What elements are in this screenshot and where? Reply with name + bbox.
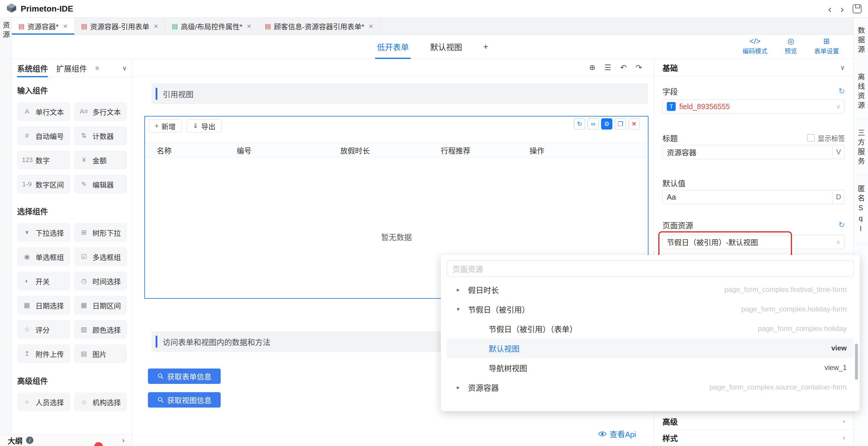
chevron-down-icon[interactable]: ∨ xyxy=(840,64,845,71)
component-item[interactable]: ◉单选框组 xyxy=(17,247,70,266)
outline-bar[interactable]: 大纲 i › xyxy=(0,434,132,446)
title-input[interactable]: 资源容器 xyxy=(662,145,833,159)
link-icon[interactable]: ∞ xyxy=(588,118,599,130)
refresh-icon[interactable]: ↻ xyxy=(838,220,845,229)
chevron-up-icon[interactable]: ∧ xyxy=(836,238,840,246)
toolbar-actions: </>编码模式◎预览⊞表单设置 xyxy=(743,37,839,55)
add-view-button[interactable]: + xyxy=(482,35,490,59)
editor-tab[interactable]: ▤顾客信息-资源容器引用表单*✕ xyxy=(258,18,380,35)
field-select[interactable]: T field_89356555 ∨ xyxy=(662,99,845,114)
dropdown-item[interactable]: ▾节假日（被引用）page_form_complex.holiday-form xyxy=(447,299,854,319)
get-view-info-button[interactable]: 获取视图信息 xyxy=(148,392,221,408)
default-value-input[interactable]: Aa xyxy=(662,190,833,204)
right-strip-item[interactable]: 离线资源 xyxy=(854,64,868,120)
dropdown-item[interactable]: 导航树视图view_1 xyxy=(447,358,854,377)
chevron-down-icon[interactable]: ∨ xyxy=(836,103,840,110)
globe-icon[interactable]: ⊕ xyxy=(589,63,595,72)
component-item[interactable]: A单行文本 xyxy=(17,102,70,121)
预览-action[interactable]: ◎预览 xyxy=(784,37,797,55)
tab-label: 资源容器-引用表单 xyxy=(90,21,149,31)
editor-tab[interactable]: ▤资源容器*✕ xyxy=(12,18,74,35)
component-item[interactable]: 1-9数字区间 xyxy=(17,175,70,194)
section-advanced-header[interactable]: 高级 › xyxy=(654,413,853,429)
export-button[interactable]: ⇓ 导出 xyxy=(187,120,222,132)
tab-extended-components[interactable]: 扩展组件 xyxy=(56,59,87,77)
component-item[interactable]: ¥金额 xyxy=(74,151,127,169)
nav-back-icon[interactable]: ‹ xyxy=(828,4,831,13)
component-item[interactable]: ◷时间选择 xyxy=(74,272,127,290)
component-item[interactable]: ⊞树形下拉 xyxy=(74,223,127,242)
copy-icon[interactable]: ❐ xyxy=(615,118,626,130)
title-suffix-button[interactable]: V xyxy=(833,145,845,159)
tab-label: 高级/布局控件属性* xyxy=(181,21,242,31)
close-icon[interactable]: ✕ xyxy=(368,23,373,30)
component-item[interactable]: ☆评分 xyxy=(17,320,70,339)
tab-system-components[interactable]: 系统组件 xyxy=(17,59,48,77)
dropdown-item-code: view xyxy=(831,344,847,352)
delete-icon[interactable]: ✕ xyxy=(628,118,640,130)
dropdown-item[interactable]: ▸资源容器page_form_complex.source_container-… xyxy=(447,377,854,397)
dropdown-item-label: 假日时长 xyxy=(468,284,499,295)
component-item[interactable]: A≡多行文本 xyxy=(74,102,127,121)
section-reference-view[interactable]: 引用视图 xyxy=(152,84,648,104)
dropdown-item[interactable]: 节假日（被引用）（表单）page_form_complex.holiday xyxy=(447,319,854,338)
right-strip-item[interactable]: 数据源 xyxy=(854,18,868,64)
show-label-checkbox[interactable] xyxy=(807,134,815,142)
editor-tab[interactable]: ▤高级/布局控件属性*✕ xyxy=(165,18,258,35)
component-item[interactable]: ▦日期选择 xyxy=(17,296,70,315)
component-item[interactable]: ▤图片 xyxy=(74,344,127,363)
section-style-header[interactable]: 样式 › xyxy=(654,429,853,446)
tree-caret-icon[interactable]: ▾ xyxy=(457,306,468,313)
panel-menu-icon[interactable]: ≡ xyxy=(95,64,99,72)
component-item[interactable]: ✎编辑器 xyxy=(74,175,127,194)
chevron-right-icon[interactable]: › xyxy=(843,434,845,442)
component-item[interactable]: ◐开关 xyxy=(17,272,70,290)
undo-icon[interactable]: ↶ xyxy=(620,63,627,72)
dropdown-item[interactable]: ▸假日时长page_form_complex.festival_time-for… xyxy=(447,280,854,299)
default-suffix-button[interactable]: D xyxy=(833,190,845,204)
component-item[interactable]: ▾下拉选择 xyxy=(17,223,70,242)
view-api-link[interactable]: 查看Api xyxy=(598,428,636,439)
page-resource-select[interactable]: 节假日（被引用）-默认视图 ∧ xyxy=(662,235,845,249)
component-item[interactable]: ⌂机构选择 xyxy=(74,392,127,411)
close-icon[interactable]: ✕ xyxy=(246,23,251,30)
add-button[interactable]: + 新增 xyxy=(149,120,182,132)
component-item[interactable]: ▦日期区间 xyxy=(74,296,127,315)
dropdown-search-input[interactable]: 页面资源 xyxy=(447,260,854,277)
nav-forward-icon[interactable]: › xyxy=(840,4,844,13)
dropdown-item-code: page_form_complex.festival_time-form xyxy=(724,285,847,294)
panel-collapse-icon[interactable]: ∨ xyxy=(122,64,127,72)
tree-caret-icon[interactable]: ▸ xyxy=(457,384,468,391)
right-strip-item[interactable]: 三方服务 xyxy=(854,120,868,176)
表单设置-action[interactable]: ⊞表单设置 xyxy=(814,37,839,55)
component-item[interactable]: ☑多选框组 xyxy=(74,247,127,266)
tree-caret-icon[interactable]: ▸ xyxy=(457,286,468,293)
scrollbar-thumb[interactable] xyxy=(855,344,858,380)
editor-tab[interactable]: ▤资源容器-引用表单✕ xyxy=(74,18,165,35)
component-item[interactable]: 123数字 xyxy=(17,151,70,169)
component-item[interactable]: ○人员选择 xyxy=(17,392,70,411)
left-resource-strip[interactable]: 资源 xyxy=(0,18,12,434)
component-item[interactable]: ↥附件上传 xyxy=(17,344,70,363)
get-form-info-button[interactable]: 获取表单信息 xyxy=(148,369,221,384)
close-icon[interactable]: ✕ xyxy=(154,23,159,30)
chevron-right-icon[interactable]: › xyxy=(122,436,125,445)
tree-list-icon[interactable]: ☰ xyxy=(604,63,611,72)
section-basic-header[interactable]: 基础 ∨ xyxy=(654,59,853,76)
refresh-icon[interactable]: ↻ xyxy=(838,87,845,96)
编码模式-action[interactable]: </>编码模式 xyxy=(743,37,767,55)
gear-icon[interactable]: ⚙ xyxy=(601,118,612,130)
component-item[interactable]: ▨颜色选择 xyxy=(74,320,127,339)
component-item[interactable]: #自动编号 xyxy=(17,126,70,145)
redo-icon[interactable]: ↷ xyxy=(636,63,642,72)
chevron-right-icon[interactable]: › xyxy=(843,418,845,425)
dropdown-item[interactable]: 默认视图view xyxy=(447,338,854,358)
right-strip-item[interactable]: 匿名Sql xyxy=(854,176,868,244)
component-icon: ▦ xyxy=(22,301,32,309)
view-tab[interactable]: 默认视图 xyxy=(428,35,464,59)
view-tab[interactable]: 低开表单 xyxy=(375,35,411,59)
component-item[interactable]: ⇅计数器 xyxy=(74,126,127,145)
refresh-icon[interactable]: ↻ xyxy=(574,118,585,130)
save-icon[interactable] xyxy=(852,4,862,13)
close-icon[interactable]: ✕ xyxy=(63,23,68,30)
